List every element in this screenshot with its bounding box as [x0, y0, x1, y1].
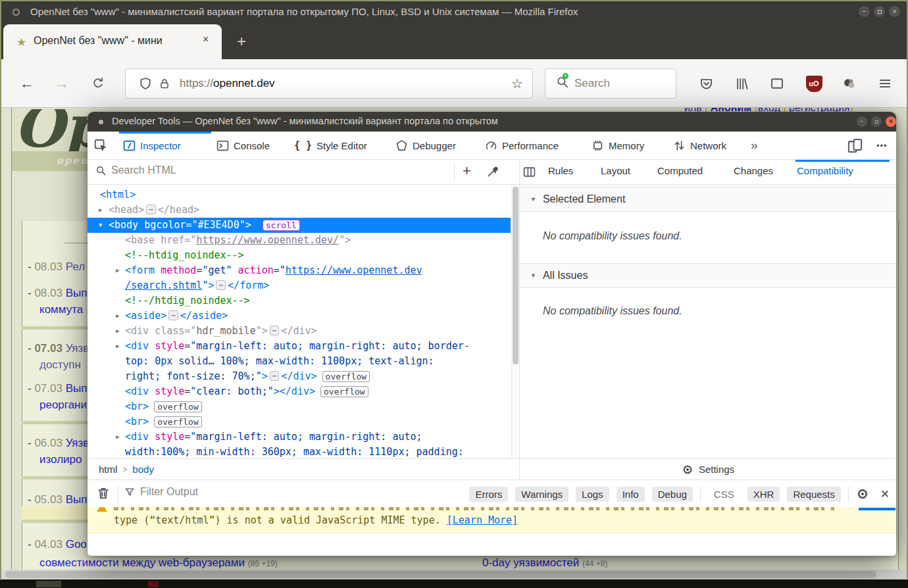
devtools-tab-inspector[interactable]: Inspector [119, 132, 185, 159]
clear-console-button[interactable] [96, 486, 111, 502]
menu-button[interactable] [875, 59, 895, 108]
footer-link-0day[interactable]: 0-day уязвимостей (44 +8) [482, 556, 607, 570]
expand-arrow-icon[interactable]: ▶ [116, 324, 119, 339]
console-filter-css[interactable]: CSS [708, 487, 740, 502]
close-button[interactable]: × [889, 6, 900, 17]
markup-node-row[interactable]: ▶<div class="hdr_mobile">⋯</div> [88, 324, 511, 339]
markup-node-row[interactable]: <base href="https://www.opennet.dev/"> [88, 233, 511, 248]
expand-arrow-icon[interactable]: ▶ [116, 263, 119, 278]
settings-row[interactable]: Settings [520, 458, 896, 479]
news-link[interactable]: Уязв [66, 342, 89, 355]
expand-arrow-icon[interactable]: ▶ [116, 339, 119, 354]
bookmark-star-icon[interactable]: ☆ [511, 76, 523, 91]
markup-node-row[interactable]: <html> [88, 187, 511, 203]
news-link-line2[interactable]: доступн [39, 358, 81, 372]
news-link-line2[interactable]: реоргани [39, 399, 87, 412]
devtools-tab-network[interactable]: Network [669, 132, 730, 159]
maximize-button[interactable] [874, 6, 885, 17]
element-picker-button[interactable] [94, 132, 108, 159]
devtools-tab-performance[interactable]: Performance [481, 132, 563, 159]
console-filter-requests[interactable]: Requests [787, 487, 840, 502]
markup-node-row[interactable]: <!--/htdig_noindex--> [88, 293, 511, 308]
search-html-input[interactable] [111, 164, 374, 176]
shield-icon[interactable] [139, 77, 152, 90]
markup-node-row[interactable]: <!--htdig_noindex--> [88, 248, 511, 263]
overflow-badge[interactable]: overflow [154, 401, 202, 412]
minimize-button[interactable]: − [859, 6, 870, 17]
ellipsis-badge[interactable]: ⋯ [270, 326, 280, 335]
markup-scrollbar-thumb[interactable] [513, 187, 518, 364]
ublock-button[interactable]: uO [804, 59, 824, 108]
footer-link-browsers[interactable]: совместимости между web-браузерами (85 +… [39, 556, 278, 570]
markup-node-row[interactable]: ▼<body bgcolor="#E3E4D0"> scroll [88, 218, 511, 233]
markup-node-row[interactable]: ▶<div style="margin-left: auto; margin-r… [88, 339, 511, 354]
screenshot-button[interactable] [767, 59, 787, 108]
reload-button[interactable] [88, 59, 109, 108]
pocket-button[interactable] [696, 59, 716, 108]
expand-arrow-icon[interactable]: ▶ [99, 203, 102, 218]
expand-arrow-icon[interactable]: ▶ [116, 429, 119, 445]
breadcrumb-body[interactable]: body [132, 464, 154, 475]
news-link[interactable]: Goo [66, 538, 87, 551]
markup-node-row[interactable]: /search.shtml">⋯</form> [88, 278, 511, 293]
more-tabs-button[interactable]: » [751, 132, 758, 159]
news-link[interactable]: Рел [66, 260, 85, 273]
ellipsis-badge[interactable]: ⋯ [146, 205, 156, 214]
search-engine-icon[interactable]: + [556, 76, 569, 91]
markup-node-row[interactable]: top: 0px solid… 100%; max-width: 1100px;… [88, 354, 511, 369]
learn-more-link[interactable]: [Learn More] [447, 514, 518, 526]
responsive-mode-button[interactable] [847, 132, 863, 159]
overflow-badge[interactable]: overflow [322, 371, 370, 382]
filter-output-field[interactable] [124, 486, 272, 498]
scroll-badge[interactable]: scroll [263, 220, 300, 231]
add-node-button[interactable]: + [463, 162, 471, 180]
markup-node-row[interactable]: width:100%; min-width: 360px; max-width:… [88, 445, 511, 458]
overflow-badge[interactable]: overflow [154, 416, 202, 428]
markup-node-row[interactable]: ▶<div style="margin-left: auto; margin-r… [88, 429, 511, 445]
news-link-line2[interactable]: изолиро [39, 453, 82, 466]
console-filter-warnings[interactable]: Warnings [515, 487, 568, 502]
markup-node-row[interactable]: ▶<head>⋯</head> [88, 203, 511, 218]
devtools-tab-debugger[interactable]: Debugger [391, 132, 460, 159]
markup-node-row[interactable]: right; font-size: 70%;">⋯</div>overflow [88, 369, 511, 384]
news-link-line2[interactable]: коммута [39, 303, 83, 316]
sidebar-tab-compatibility[interactable]: Compatibility [797, 165, 853, 176]
filter-output-input[interactable] [140, 486, 272, 498]
search-html-field[interactable] [95, 164, 374, 176]
devtools-tab-memory[interactable]: Memory [588, 132, 648, 159]
devtools-close-button[interactable]: × [886, 116, 896, 127]
lock-icon[interactable] [159, 78, 170, 89]
markup-node-row[interactable]: <div style="clear: both;"></div>overflow [88, 384, 511, 399]
markup-node-row[interactable]: ▶<form method="get" action="https://www.… [88, 263, 511, 278]
devtools-menu-button[interactable]: ••• [876, 132, 888, 159]
markup-node-row[interactable]: <br>overflow [88, 399, 511, 414]
markup-node-row[interactable]: ▶<aside>⋯</aside> [88, 308, 511, 324]
search-bar[interactable]: + [545, 68, 676, 99]
section-all-issues[interactable]: ▼ All Issues [520, 263, 896, 288]
sidebar-tab-layout[interactable]: Layout [601, 165, 630, 176]
url-bar[interactable]: https://opennet.dev ☆ [125, 68, 533, 99]
news-link[interactable]: Вып [66, 493, 88, 506]
section-selected-element[interactable]: ▼ Selected Element [520, 187, 896, 212]
overflow-badge[interactable]: overflow [320, 386, 368, 397]
new-tab-button[interactable]: + [230, 32, 253, 53]
ellipsis-badge[interactable]: ⋯ [270, 371, 280, 381]
breadcrumb-html[interactable]: html [99, 464, 117, 475]
sidebar-tab-rules[interactable]: Rules [548, 165, 573, 176]
sidebar-toggle-button[interactable] [523, 166, 536, 180]
scrollbar-thumb[interactable] [5, 571, 876, 578]
tab-close-button[interactable]: × [203, 34, 209, 45]
library-button[interactable] [732, 59, 751, 108]
markup-node-row[interactable]: <br>overflow [88, 414, 511, 429]
console-settings-gear-icon[interactable] [856, 487, 869, 501]
forward-button[interactable]: → [51, 59, 72, 108]
ellipsis-badge[interactable]: ⋯ [168, 310, 178, 320]
console-close-button[interactable]: ✕ [880, 487, 890, 501]
sidebar-tab-computed[interactable]: Computed [657, 165, 703, 176]
markup-scrollbar[interactable] [511, 185, 518, 458]
news-link[interactable]: Уязв [66, 437, 89, 449]
console-filter-debug[interactable]: Debug [652, 487, 693, 502]
console-filter-xhr[interactable]: XHR [747, 487, 780, 502]
eyedropper-button[interactable] [486, 165, 499, 180]
console-filter-logs[interactable]: Logs [576, 487, 609, 502]
